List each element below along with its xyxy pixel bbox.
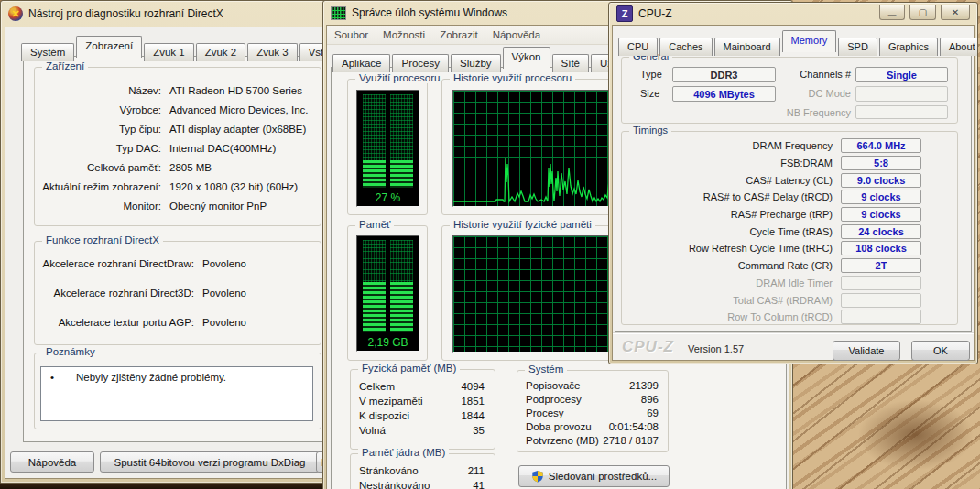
cpuz-footer-divider [613,332,974,333]
size-label: Size [640,86,659,102]
kernel-memory-group: Paměť jádra (MB) Stránkováno211 Nestránk… [350,453,495,489]
dxdiag-title: Nástroj pro diagnostiku rozhraní DirectX [28,7,223,20]
timing-row: DRAM Frequency664.0 MHz [624,137,955,155]
feature-row: Akcelerace rozhraní Direct3D:Povoleno [37,284,317,303]
channels-label: Channels # [785,67,851,82]
menu-view[interactable]: Zobrazit [432,27,485,44]
tab-graphics[interactable]: Graphics [879,38,938,56]
run-64bit-dxdiag-button[interactable]: Spustit 64bitovou verzi programu DxDiag [100,451,320,473]
physical-memory-caption: Fyzická paměť (MB) [358,363,460,374]
tab-networking[interactable]: Sítě [552,54,589,72]
cpuz-tabbar: CPUCachesMainboardMemorySPDGraphicsAbout [618,30,978,52]
tab-spd[interactable]: SPD [838,38,877,56]
tab-display[interactable]: Zobrazení [76,36,142,58]
cpuz-window: Z CPU-Z — ▢ ✕ CPUCachesMainboardMemorySP… [608,2,978,364]
memory-meter: 2,19 GB [356,235,419,352]
stat-row: V mezipaměti1851 [359,394,485,408]
tab-cpu[interactable]: CPU [618,38,658,56]
uac-shield-icon [531,470,544,483]
stat-row: Procesy69 [526,407,659,420]
cpu-usage-value: 27 % [357,191,419,204]
tab-sound2[interactable]: Zvuk 2 [196,43,246,61]
memory-group: Paměť 2,19 GB [347,225,428,361]
tab-performance[interactable]: Výkon [503,47,550,69]
general-group: General Type DDR3 Size 4096 MBytes Chann… [621,57,958,124]
tab-sound3[interactable]: Zvuk 3 [247,43,298,61]
feature-row: Akcelerace textur portu AGP:Povoleno [37,313,317,332]
timing-row: CAS# Latency (CL)9.0 clocks [624,171,955,189]
stat-row: Celkem4094 [359,379,485,394]
kernel-memory-caption: Paměť jádra (MB) [358,447,449,458]
timing-row: Row To Column (tRCD) [624,309,955,326]
notes-text: Nebyly zjištěny žádné problémy. [76,372,226,383]
type-field: DDR3 [672,67,776,82]
type-label: Type [640,67,662,82]
notes-box[interactable]: • Nebyly zjištěny žádné problémy. [40,366,313,421]
device-row: Celková paměť:2805 MB [37,158,317,178]
timing-row: Cycle Time (tRAS)24 clocks [624,223,955,240]
features-group-caption: Funkce rozhraní DirectX [42,234,163,245]
help-button[interactable]: Nápověda [10,451,94,473]
cpu-usage-caption: Využití procesoru [355,72,443,83]
directx-features-group: Funkce rozhraní DirectX Akcelerace rozhr… [34,241,321,345]
menu-file[interactable]: Soubor [327,27,376,44]
dxdiag-tabbar: SystémZobrazeníZvuk 1Zvuk 2Zvuk 3Vstup [21,36,328,58]
tab-services[interactable]: Služby [451,54,501,72]
cpu-history-caption: Historie využití procesoru [450,72,575,83]
dxdiag-titlebar[interactable]: ✕ Nástroj pro diagnostiku rozhraní Direc… [1,1,327,27]
directx-icon: ✕ [8,6,23,21]
size-field: 4096 MBytes [672,86,776,102]
minimize-button[interactable]: — [879,5,905,20]
tab-about[interactable]: About [940,38,978,56]
device-row: Aktuální režim zobrazení:1920 x 1080 (32… [37,178,317,197]
menu-help[interactable]: Nápověda [485,27,548,44]
menu-options[interactable]: Možnosti [376,27,432,44]
notes-bullet: • [50,372,76,383]
close-button[interactable]: ✕ [941,5,970,20]
timing-row: FSB:DRAM5:8 [624,155,955,172]
device-row: Výrobce:Advanced Micro Devices, Inc. [37,101,317,120]
resource-monitor-button[interactable]: Sledování prostředků... [518,465,670,487]
physical-memory-group: Fyzická paměť (MB) Celkem4094 V mezipamě… [350,369,495,450]
device-row: Monitor:Obecný monitor PnP [37,197,317,216]
close-icon: ✕ [952,7,959,17]
timing-row: DRAM Idle Timer [624,275,955,292]
timings-group: Timings DRAM Frequency664.0 MHz FSB:DRAM… [621,131,958,325]
maximize-icon: ▢ [919,7,927,17]
ok-button[interactable]: OK [911,341,970,361]
nb-frequency-label: NB Frequency [785,105,851,121]
timing-row: Total CAS# (tRDRAM) [624,291,955,309]
device-row: Typ DAC:Internal DAC(400MHz) [37,139,317,158]
cpuz-title: CPU-Z [638,7,672,20]
tab-caches[interactable]: Caches [659,38,712,56]
maximize-button[interactable]: ▢ [909,5,936,20]
system-group: Systém Popisovače21399 Podprocesy896 Pro… [517,370,669,452]
device-row: Typ čipu:ATI display adapter (0x68BE) [37,120,317,139]
system-caption: Systém [525,364,567,375]
minimize-icon: — [888,10,897,19]
cpuz-version: Version 1.57 [688,343,744,354]
stat-row: K dispozici1844 [359,408,485,423]
device-group: Zařízení Název:ATI Radeon HD 5700 Series… [34,67,321,226]
stat-row: Potvrzeno (MB)2718 / 8187 [526,434,659,448]
validate-button[interactable]: Validate [833,341,900,361]
taskmgr-tabbar: AplikaceProcesySlužbyVýkonSítěUživatelé [332,47,654,69]
dxdiag-window: ✕ Nástroj pro diagnostiku rozhraní Direc… [0,0,328,484]
dc-mode-field [855,86,948,102]
tab-system[interactable]: Systém [21,43,74,61]
cpuz-logo: CPU-Z [622,338,674,356]
stat-row: Volná35 [359,423,485,438]
cpuz-icon: Z [616,5,633,22]
stat-row: Podprocesy896 [526,393,659,407]
tab-memory[interactable]: Memory [782,30,837,52]
tab-mainboard[interactable]: Mainboard [714,38,780,56]
nb-frequency-field [855,105,948,119]
tab-applications[interactable]: Aplikace [332,54,390,72]
cpu-usage-meter: 27 % [356,90,419,207]
taskmgr-title: Správce úloh systému Windows [352,6,507,19]
stat-row: Doba provozu0:01:54:08 [526,420,659,434]
task-manager-icon [331,6,346,20]
stat-row: Nestránkováno41 [359,478,485,489]
tab-sound1[interactable]: Zvuk 1 [144,43,194,61]
tab-processes[interactable]: Procesy [392,54,449,72]
